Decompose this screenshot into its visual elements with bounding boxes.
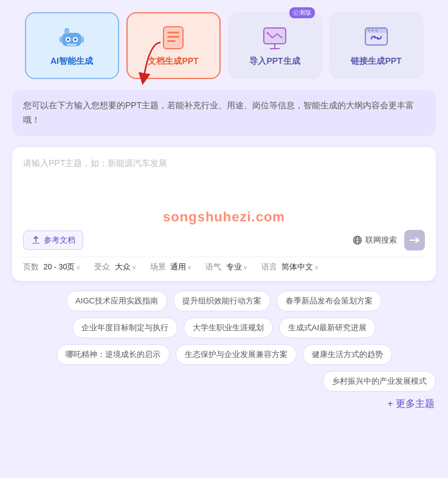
watermark-text: songshuhezi.com bbox=[23, 209, 425, 225]
ppt-topic-input[interactable] bbox=[23, 158, 425, 207]
option-language-label: 语言 bbox=[261, 262, 277, 272]
tag-2[interactable]: 提升组织效能行动方案 bbox=[173, 291, 271, 311]
svg-point-5 bbox=[74, 38, 77, 41]
tab-doc-label: 文档生成PPT bbox=[148, 56, 198, 67]
doc-icon bbox=[160, 24, 187, 51]
svg-rect-1 bbox=[64, 28, 69, 34]
doc-button[interactable]: 参考文档 bbox=[23, 230, 83, 250]
tab-link[interactable]: 链接生成PPT bbox=[329, 12, 424, 79]
svg-rect-7 bbox=[60, 36, 63, 43]
divider2 bbox=[141, 263, 145, 271]
option-language-value: 简体中文 bbox=[281, 262, 313, 272]
language-chevron: ∨ bbox=[314, 264, 319, 271]
send-icon bbox=[409, 235, 420, 246]
beta-badge: 公测版 bbox=[289, 7, 315, 18]
svg-rect-29 bbox=[32, 243, 40, 244]
option-tone-label: 语气 bbox=[205, 262, 221, 272]
presentation-icon bbox=[261, 24, 288, 51]
web-search-label: 联网搜索 bbox=[365, 235, 397, 246]
option-language[interactable]: 语言 简体中文 ∨ bbox=[261, 262, 319, 272]
option-pages-value: 20 - 30页 bbox=[43, 262, 75, 272]
link-icon bbox=[363, 24, 390, 51]
right-tools: 联网搜索 bbox=[353, 230, 425, 251]
doc-button-label: 参考文档 bbox=[44, 235, 75, 246]
tab-ai-label: AI智能生成 bbox=[50, 56, 93, 67]
tag-10[interactable]: 乡村振兴中的产业发展模式 bbox=[323, 371, 436, 392]
tab-import[interactable]: 公测版 导入PPT生成 bbox=[228, 12, 322, 79]
option-scene-label: 场景 bbox=[150, 262, 166, 272]
audience-chevron: ∨ bbox=[132, 264, 136, 271]
option-audience-value: 大众 bbox=[115, 262, 131, 272]
send-button[interactable] bbox=[404, 230, 425, 251]
tag-8[interactable]: 生态保护与企业发展兼容方案 bbox=[176, 344, 297, 365]
info-box: 您可以在下方输入您想要的PPT主题，若能补充行业、用途、岗位等信息，智能生成的大… bbox=[12, 90, 436, 136]
svg-point-25 bbox=[368, 30, 370, 32]
svg-rect-8 bbox=[81, 36, 84, 43]
option-pages-label: 页数 bbox=[23, 262, 39, 272]
web-search-button[interactable]: 联网搜索 bbox=[353, 235, 397, 246]
option-tone-value: 专业 bbox=[226, 262, 242, 272]
tag-7[interactable]: 哪吒精神：逆境成长的启示 bbox=[57, 344, 170, 365]
svg-rect-6 bbox=[67, 44, 77, 46]
svg-point-27 bbox=[376, 30, 377, 32]
pages-chevron: ∨ bbox=[76, 264, 80, 271]
tone-chevron: ∨ bbox=[243, 264, 247, 271]
divider3 bbox=[196, 263, 201, 271]
globe-icon bbox=[353, 235, 362, 245]
input-area: songshuhezi.com 参考文档 联网搜索 bbox=[12, 147, 436, 281]
tab-row: AI智能生成 文档生成PPT 公测版 导入PPT生成 bbox=[12, 12, 436, 79]
tag-4[interactable]: 企业年度目标制定与执行 bbox=[72, 317, 177, 338]
svg-rect-11 bbox=[167, 32, 179, 33]
option-scene[interactable]: 场景 通用 ∨ bbox=[150, 262, 191, 272]
tags-row-2: 企业年度目标制定与执行 大学生职业生涯规划 生成式AI最新研究进展 bbox=[12, 317, 436, 338]
tab-doc[interactable]: 文档生成PPT bbox=[126, 12, 221, 79]
tab-link-label: 链接生成PPT bbox=[351, 56, 401, 67]
tag-1[interactable]: AIGC技术应用实践指南 bbox=[66, 291, 167, 311]
option-audience[interactable]: 受众 大众 ∨ bbox=[94, 262, 136, 272]
option-scene-value: 通用 bbox=[170, 262, 186, 272]
input-toolbar: 参考文档 联网搜索 bbox=[23, 230, 425, 251]
tag-6[interactable]: 生成式AI最新研究进展 bbox=[279, 317, 376, 338]
option-pages[interactable]: 页数 20 - 30页 ∨ bbox=[23, 262, 80, 272]
more-topics-button[interactable]: + 更多主题 bbox=[12, 398, 436, 410]
more-topics-label: + 更多主题 bbox=[387, 398, 435, 409]
upload-icon bbox=[31, 235, 41, 245]
option-audience-label: 受众 bbox=[94, 262, 110, 272]
divider4 bbox=[252, 263, 257, 271]
tab-import-label: 导入PPT生成 bbox=[249, 56, 300, 67]
options-row: 页数 20 - 30页 ∨ 受众 大众 ∨ 场景 通用 ∨ 语气 专业 ∨ bbox=[23, 257, 425, 272]
tags-row-4: 乡村振兴中的产业发展模式 bbox=[12, 371, 436, 392]
option-tone[interactable]: 语气 专业 ∨ bbox=[205, 262, 247, 272]
tag-9[interactable]: 健康生活方式的趋势 bbox=[303, 344, 392, 365]
tag-3[interactable]: 春季新品发布会策划方案 bbox=[277, 291, 382, 311]
svg-rect-12 bbox=[167, 36, 179, 38]
tab-ai[interactable]: AI智能生成 bbox=[25, 12, 119, 79]
info-text: 您可以在下方输入您想要的PPT主题，若能补充行业、用途、岗位等信息，智能生成的大… bbox=[23, 100, 414, 125]
divider1 bbox=[85, 263, 89, 271]
tag-5[interactable]: 大学生职业生涯规划 bbox=[184, 317, 273, 338]
robot-icon bbox=[57, 24, 86, 51]
svg-point-26 bbox=[372, 30, 374, 32]
tags-row-3: 哪吒精神：逆境成长的启示 生态保护与企业发展兼容方案 健康生活方式的趋势 bbox=[12, 344, 436, 365]
tags-row-1: AIGC技术应用实践指南 提升组织效能行动方案 春季新品发布会策划方案 bbox=[12, 291, 436, 311]
svg-point-4 bbox=[67, 38, 69, 41]
scene-chevron: ∨ bbox=[187, 264, 191, 271]
svg-rect-13 bbox=[167, 40, 176, 42]
tags-section: AIGC技术应用实践指南 提升组织效能行动方案 春季新品发布会策划方案 企业年度… bbox=[12, 291, 436, 410]
